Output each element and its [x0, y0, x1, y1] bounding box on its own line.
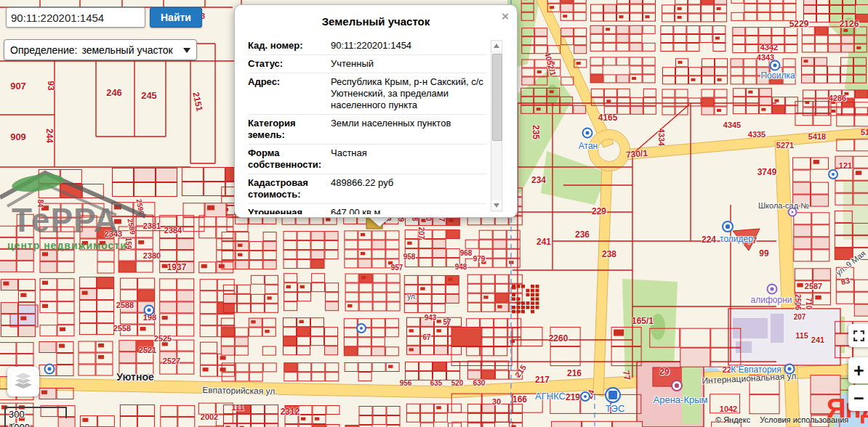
definition-bar: Определение: земельный участок	[4, 39, 197, 60]
search-bar: Найти	[6, 7, 202, 28]
info-row: Статус:Учтенный	[248, 55, 486, 73]
scroll-up-arrow-icon[interactable]	[491, 41, 502, 51]
info-row: Адрес:Республика Крым, р-н Сакский, с/с …	[248, 73, 486, 115]
fullscreen-icon	[853, 330, 864, 341]
poi-icon[interactable]	[671, 380, 683, 391]
parcel-info-popup: Земельный участок × Кад. номер:90:11:220…	[234, 4, 518, 218]
poi-icon[interactable]	[784, 364, 795, 375]
info-row: Уточненная площадь:647.00 кв.м	[248, 204, 486, 214]
chevron-down-icon	[183, 48, 190, 57]
field-label: Кадастровая стоимость:	[248, 177, 329, 200]
layers-button[interactable]	[7, 367, 39, 396]
field-value: Земли населенных пунктов	[329, 118, 486, 141]
poi-icon[interactable]	[580, 391, 590, 402]
fullscreen-button[interactable]	[848, 324, 868, 347]
poi-icon[interactable]	[767, 284, 778, 295]
field-label: Адрес:	[248, 76, 329, 111]
poi-icon[interactable]	[144, 305, 155, 316]
field-value: 90:11:220201:1454	[329, 40, 486, 52]
field-value: 489866.22 руб	[329, 177, 486, 200]
poi-icon[interactable]	[605, 387, 621, 403]
definition-select[interactable]: земельный участок	[81, 44, 190, 57]
poi-icon[interactable]	[356, 323, 366, 333]
scroll-down-arrow-icon[interactable]	[491, 200, 502, 211]
definition-label: Определение:	[10, 44, 77, 56]
field-value: Республика Крым, р-н Сакский, с/с Уютнен…	[329, 76, 486, 111]
field-value: Частная	[329, 147, 486, 171]
popup-title: Земельный участок	[235, 15, 517, 28]
scrollbar-thumb[interactable]	[492, 54, 502, 141]
poi-icon[interactable]	[582, 128, 593, 139]
zoom-out-button[interactable]: −	[848, 385, 868, 411]
info-table: Кад. номер:90:11:220201:1454Статус:Учтен…	[248, 37, 486, 214]
terms-link[interactable]: Условия использования	[760, 415, 848, 424]
poi-icon[interactable]	[828, 169, 838, 179]
field-label: Форма собственности:	[248, 147, 329, 171]
field-value: 647.00 кв.м	[329, 207, 486, 214]
poi-icon[interactable]	[44, 364, 55, 375]
zoom-in-button[interactable]: +	[848, 357, 868, 383]
popup-scrollbar[interactable]	[491, 40, 502, 211]
field-label: Статус:	[248, 58, 329, 70]
layers-icon	[13, 373, 33, 391]
poi-icon[interactable]	[770, 60, 781, 71]
close-icon[interactable]: ×	[502, 10, 509, 23]
field-value: Учтенный	[329, 58, 486, 70]
field-label: Уточненная площадь:	[248, 207, 329, 214]
info-row: Кадастровая стоимость:489866.22 руб	[248, 174, 486, 204]
info-row: Категория земель:Земли населенных пункто…	[248, 115, 486, 145]
definition-selected-value: земельный участок	[81, 44, 172, 56]
poi-icon[interactable]	[788, 208, 797, 217]
copyright-text: © Яндекс	[715, 415, 750, 424]
search-input[interactable]	[6, 7, 145, 28]
info-row: Форма собственности:Частная	[248, 145, 486, 174]
map-attribution: © Яндекс Условия использования	[715, 415, 848, 424]
field-label: Кад. номер:	[248, 40, 329, 52]
field-label: Категория земель:	[248, 118, 329, 141]
search-button[interactable]: Найти	[150, 7, 202, 28]
poi-icon[interactable]	[722, 221, 734, 232]
info-row: Кад. номер:90:11:220201:1454	[248, 37, 486, 55]
